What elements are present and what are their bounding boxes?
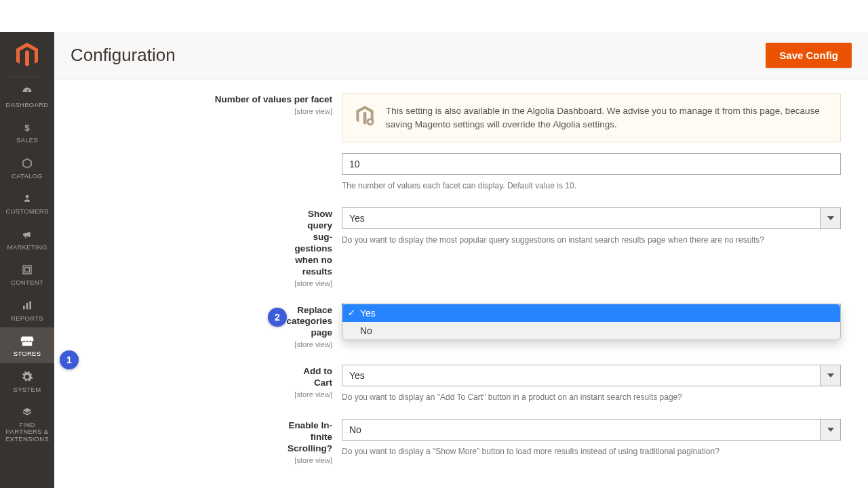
scope-text: [store view] (81, 107, 332, 115)
field-control: Yes Do you want to display an "Add To Ca… (342, 365, 841, 403)
select-value[interactable]: Yes (342, 365, 821, 386)
svg-rect-2 (23, 266, 31, 274)
help-text: Do you want to display an "Add To Cart" … (342, 392, 841, 403)
sidebar-item-label: FIND PARTNERS & EXTENSIONS (3, 422, 52, 443)
page-title: Configuration (71, 45, 176, 66)
sidebar-item-label: STORES (14, 350, 41, 357)
sidebar-item-system[interactable]: SYSTEM (0, 363, 54, 399)
config-form: Number of values per facet [store view] … (54, 79, 868, 488)
chevron-down-icon[interactable] (821, 365, 841, 386)
admin-sidebar: DASHBOARD $ SALES CATALOG CUSTOMERS MARK… (0, 32, 54, 488)
notice-text: This setting is also available in the Al… (386, 104, 828, 131)
sidebar-item-marketing[interactable]: MARKETING (0, 221, 54, 256)
sidebar-item-label: CATALOG (12, 173, 43, 180)
dropdown-option-no[interactable]: No (342, 322, 840, 340)
field-label: Replacecategoriespage [store view] (81, 304, 332, 349)
help-text: The number of values each facet can disp… (342, 180, 841, 191)
sidebar-divider (9, 77, 45, 77)
scope-text: [store view] (81, 456, 332, 464)
svg-point-1 (26, 195, 29, 199)
select-value[interactable]: Yes (342, 207, 821, 229)
dropdown-list: Yes No (342, 304, 841, 340)
layout-icon (22, 263, 33, 277)
sidebar-item-catalog[interactable]: CATALOG (0, 150, 54, 185)
sidebar-item-content[interactable]: CONTENT (0, 256, 54, 291)
label-text: Number of values per facet (81, 94, 332, 106)
field-infinite-scrolling: Enable In-finiteScrolling? [store view] … (81, 419, 841, 464)
sidebar-item-label: DASHBOARD (6, 102, 49, 108)
sidebar-item-label: SYSTEM (14, 386, 41, 393)
chevron-down-icon[interactable] (821, 207, 841, 229)
step-marker-1: 1 (60, 350, 79, 369)
svg-rect-4 (23, 306, 25, 309)
magento-gear-icon (355, 106, 375, 128)
person-icon (22, 192, 32, 205)
field-control: Yes Do you want to display the most popu… (342, 207, 841, 245)
sidebar-item-customers[interactable]: CUSTOMERS (0, 185, 54, 220)
label-text: Enable In-finiteScrolling? (81, 420, 332, 455)
field-control: Yes No (342, 304, 841, 325)
field-label: Enable In-finiteScrolling? [store view] (81, 419, 332, 464)
field-label: Number of values per facet [store view] (81, 93, 332, 115)
dropdown-option-yes[interactable]: Yes (342, 304, 840, 322)
page-header: Configuration Save Config (54, 32, 868, 79)
bullhorn-icon (21, 228, 33, 241)
add-to-cart-select[interactable]: Yes (342, 365, 841, 386)
magento-logo (0, 32, 54, 77)
svg-point-8 (369, 120, 372, 123)
scope-text: [store view] (81, 340, 332, 348)
sidebar-item-label: MARKETING (7, 244, 47, 251)
sidebar-item-stores[interactable]: STORES (0, 327, 54, 363)
sidebar-item-label: REPORTS (11, 315, 43, 322)
field-replace-categories: 2 Replacecategoriespage [store view] Yes… (81, 304, 841, 349)
label-text: Showquerysug-gestionswhen noresults (81, 209, 332, 277)
svg-rect-6 (29, 301, 31, 309)
sidebar-item-dashboard[interactable]: DASHBOARD (0, 79, 54, 114)
main-content: Configuration Save Config Number of valu… (54, 0, 868, 488)
field-number-of-values: Number of values per facet [store view] … (81, 93, 841, 191)
sidebar-item-label: SALES (16, 137, 38, 144)
number-of-values-input[interactable] (342, 153, 841, 175)
store-icon (20, 334, 34, 348)
step-marker-2: 2 (268, 308, 287, 327)
svg-rect-3 (25, 268, 30, 272)
select-value[interactable]: No (342, 419, 821, 441)
field-label: Add toCart [store view] (81, 365, 332, 399)
cube-icon (21, 157, 33, 170)
sidebar-item-label: CONTENT (11, 279, 43, 286)
label-text: Replacecategoriespage (81, 305, 332, 340)
save-config-button[interactable]: Save Config (766, 43, 852, 68)
field-control: No Do you want to display a "Show More" … (342, 419, 841, 457)
infinite-scrolling-select[interactable]: No (342, 419, 841, 441)
field-label: Showquerysug-gestionswhen noresults [sto… (81, 207, 332, 287)
bar-chart-icon (21, 299, 33, 312)
field-add-to-cart: Add toCart [store view] Yes Do you want … (81, 365, 841, 403)
query-suggestions-select[interactable]: Yes (342, 207, 841, 229)
dollar-icon: $ (22, 121, 33, 134)
field-control: This setting is also available in the Al… (342, 93, 841, 191)
scope-text: [store view] (81, 390, 332, 399)
svg-rect-5 (26, 303, 28, 309)
help-text: Do you want to display a "Show More" but… (342, 446, 841, 457)
sidebar-item-sales[interactable]: $ SALES (0, 114, 54, 149)
label-text: Add toCart (81, 366, 332, 389)
sidebar-item-label: CUSTOMERS (5, 208, 48, 215)
sidebar-item-partners[interactable]: FIND PARTNERS & EXTENSIONS (0, 399, 54, 448)
handshake-icon (20, 405, 34, 419)
algolia-notice: This setting is also available in the Al… (342, 93, 841, 142)
chevron-down-icon[interactable] (821, 419, 841, 441)
help-text: Do you want to display the most popular … (342, 235, 841, 245)
svg-text:$: $ (24, 123, 30, 133)
sidebar-item-reports[interactable]: REPORTS (0, 292, 54, 327)
dashboard-icon (20, 85, 34, 99)
field-query-suggestions: Showquerysug-gestionswhen noresults [sto… (81, 207, 841, 287)
gear-icon (21, 370, 33, 384)
scope-text: [store view] (81, 279, 332, 287)
